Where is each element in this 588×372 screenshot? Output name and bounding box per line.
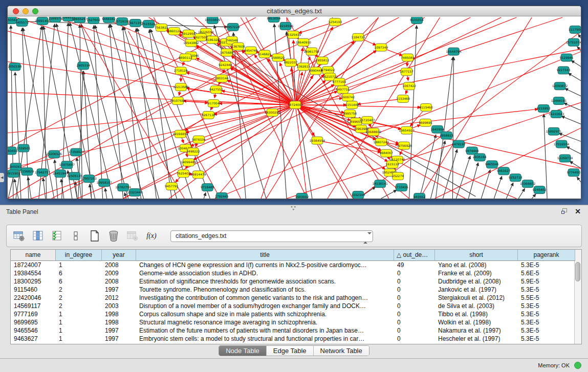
graph-node[interactable]: 10958107 [96,179,112,187]
table-row[interactable]: 969969511998Structural magnetic resonanc… [11,318,581,326]
graph-node[interactable]: 1877157 [400,68,413,76]
table-row[interactable]: 1456911722003Disruption of a novel membe… [11,302,581,310]
graph-node[interactable]: 16961758 [304,48,320,55]
graph-node[interactable]: 12444191 [551,97,567,105]
graph-node[interactable]: 1156829 [20,168,34,176]
graph-node[interactable]: 12093872 [552,82,568,90]
delete-row-trash-icon[interactable] [107,230,120,242]
graph-node[interactable]: 6497716 [336,86,350,94]
table-row[interactable]: 1872400712008Changes of HCN gene express… [11,261,581,269]
graph-node[interactable]: 17942757 [35,169,51,177]
show-columns-icon[interactable] [32,230,44,242]
graph-node[interactable]: 9242848 [219,61,232,69]
control-panel-collapse-arrow-icon[interactable]: ◀ [0,173,4,182]
network-window-titlebar[interactable]: citations_edges.txt [8,6,581,16]
table-row[interactable]: 977716911998Corpus callosum shape and si… [11,310,581,318]
graph-node[interactable]: 1650563 [8,17,18,24]
new-table-icon[interactable] [89,230,101,242]
table-settings-icon[interactable] [13,230,25,242]
graph-node[interactable]: 19166852 [172,130,188,138]
memory-ok-indicator-icon[interactable] [574,362,581,369]
graph-node[interactable]: 2905334 [76,62,90,70]
graph-node[interactable]: 16451947 [53,170,69,178]
graph-hub-node[interactable]: 18724007 [288,101,303,109]
graph-node[interactable]: 3498222 [186,148,200,156]
graph-node[interactable]: 252274 [392,172,404,180]
table-vertical-scrollbar[interactable] [574,261,581,344]
graph-node[interactable]: 8995758 [343,110,357,117]
graph-node[interactable]: 14136141 [372,180,388,188]
graph-node[interactable]: 9716485 [201,184,214,191]
graph-node[interactable]: 917004 [208,100,220,107]
graph-node[interactable]: 9227343 [557,67,571,74]
table-row[interactable]: 2242004622012Investigating the contribut… [11,294,581,302]
graph-node[interactable]: 19218596 [278,22,294,30]
graph-node[interactable]: 9465546 [485,161,499,168]
graph-node[interactable]: 7515526 [142,20,156,28]
column-header-year[interactable]: year [102,250,136,261]
graph-node[interactable]: 7857224 [226,23,240,31]
graph-node[interactable]: 16914479 [190,171,206,179]
graph-node[interactable]: 1606742 [341,94,355,101]
table-row[interactable]: 946554611997Estimation of the future num… [11,326,581,335]
graph-node[interactable]: 10975887 [59,161,75,169]
table-row[interactable]: 911546021997Tourette syndrome. Phenomeno… [11,286,581,294]
graph-node[interactable]: 1733426 [395,184,408,191]
column-header-in_degree[interactable]: in_degree [56,250,102,261]
scrollbar-thumb[interactable] [575,262,580,281]
graph-node[interactable]: 9699695 [419,119,432,126]
graph-node[interactable]: 1362615 [297,63,311,71]
graph-node[interactable]: 15892971 [546,127,562,135]
graph-node[interactable]: 1067422 [402,82,416,90]
graph-node[interactable]: 3915901 [8,170,20,178]
graph-node[interactable]: 1117504 [569,26,581,33]
graph-node[interactable]: 16543862 [183,39,199,47]
select-columns-icon[interactable] [51,230,63,242]
graph-node[interactable]: 12269734 [557,155,573,162]
graph-node[interactable]: 9860124 [167,27,181,35]
graph-node[interactable]: 1097349 [374,43,388,51]
table-row[interactable]: 946362711997Embryonic stem cells: a mode… [11,335,581,343]
graph-node[interactable]: 7563822 [155,24,168,31]
graph-node[interactable]: 8427552 [209,86,223,94]
graph-node[interactable]: 10323448 [127,189,143,196]
graph-node[interactable]: 9115460 [419,104,433,112]
graph-node[interactable]: 1583002 [295,193,309,199]
graph-node[interactable]: 12213589 [173,83,189,91]
graph-node[interactable]: 17359924 [69,148,84,156]
graph-node[interactable]: 8822037 [284,59,298,67]
graph-node[interactable]: 16671355 [127,19,143,27]
graph-node[interactable]: 15720407 [360,116,376,124]
graph-node[interactable]: 7625402 [177,170,190,178]
graph-node[interactable]: 1527602 [86,17,100,24]
tab-node-table[interactable]: Node Table [219,346,267,356]
graph-node[interactable]: 1151449 [345,101,359,109]
graph-node[interactable]: 2803144 [215,75,229,82]
column-header-out_de[interactable]: △ out_de… [394,250,435,261]
column-header-pagerank[interactable]: pagerank [518,250,575,261]
graph-node[interactable]: 17016504 [554,140,570,148]
float-window-icon[interactable] [561,208,568,214]
graph-node[interactable]: 8454749 [244,47,258,54]
graph-node[interactable]: 9129946 [560,54,574,61]
graph-node[interactable]: 13654923 [399,126,415,134]
graph-node[interactable]: 9890112 [179,54,192,61]
graph-node[interactable]: 16648794 [446,48,462,55]
graph-node[interactable]: 9777169 [333,78,346,86]
network-window[interactable]: citations_edges.txt 24055722069140621693… [7,6,581,199]
graph-node[interactable]: 8131014 [410,17,424,24]
graph-node[interactable]: 12505135 [67,172,83,180]
graph-node[interactable]: 10366602 [520,180,536,188]
close-panel-icon[interactable]: ✕ [575,208,581,215]
graph-node[interactable]: 1184733 [351,33,365,41]
graph-node[interactable]: 7485081 [401,54,415,61]
graph-node[interactable]: 9252718 [509,174,522,182]
graph-node[interactable]: 9457791 [165,183,179,190]
graph-node[interactable]: 2718126 [174,67,188,75]
graph-node[interactable]: 16325419 [286,31,301,38]
graph-node[interactable]: 18807249 [373,138,389,146]
graph-node[interactable]: 1615132 [385,161,399,168]
graph-node[interactable]: 8215953 [537,105,551,113]
column-header-title[interactable]: title [136,250,394,261]
graph-node[interactable]: 1588520 [271,54,285,61]
